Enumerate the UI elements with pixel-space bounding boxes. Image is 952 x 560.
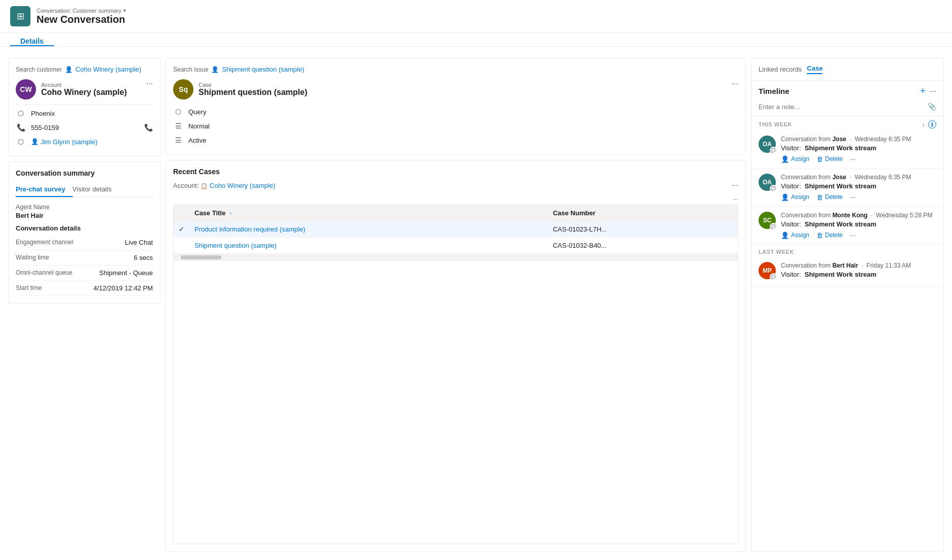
paperclip-icon[interactable]: 📎 — [928, 103, 936, 111]
chevron-down-icon[interactable]: ▾ — [123, 8, 126, 13]
table-row[interactable]: Shipment question (sample) CAS-01032-B40… — [174, 238, 738, 254]
middle-panel: Search issue 👤 Shipment question (sample… — [166, 58, 746, 552]
delete-button-1[interactable]: 🗑 Delete — [816, 193, 843, 201]
recent-cases-card: Recent Cases Account: 📋 Coho Winery (sam… — [166, 160, 746, 552]
location-icon: ⬡ — [16, 109, 26, 117]
info-icon[interactable]: ℹ — [928, 120, 936, 128]
issue-icon: 👤 — [211, 66, 219, 73]
conv-row-0: Engagement channel Live Chat — [16, 235, 153, 250]
scrollbar-thumb[interactable] — [181, 255, 221, 259]
row-title[interactable]: Product information required (sample) — [189, 221, 548, 238]
agent-name-value: Bert Hair — [16, 212, 153, 219]
tl-header-3: Conversation from Bert Hair · Friday 11:… — [781, 262, 936, 269]
tl-more-1[interactable]: ··· — [850, 193, 856, 201]
col-case-number[interactable]: Case Number — [548, 205, 738, 221]
account-header: CW Account Coho Winery (sample) ··· — [16, 79, 153, 100]
note-input[interactable] — [759, 103, 928, 111]
col-case-title[interactable]: Case Title ↑ — [189, 205, 548, 221]
timeline-item-1: OA 💬 Conversation from Jose · Wednesday … — [751, 169, 943, 207]
account-filter-row: Account: 📋 Coho Winery (sample) ··· — [173, 181, 738, 190]
tl-avatar-2: SC 💬 — [759, 212, 776, 229]
tl-content-3: Conversation from Bert Hair · Friday 11:… — [781, 262, 936, 281]
tl-badge-0: 💬 — [770, 147, 777, 154]
tl-visitor-3: Visitor: Shipment Work stream — [781, 271, 936, 278]
recent-cases-more-button[interactable]: ··· — [732, 181, 738, 190]
linked-records-label: Linked records — [759, 65, 802, 73]
account-name: Coho Winery (sample) — [41, 88, 127, 97]
sort-icon: ↑ — [229, 211, 232, 216]
status-row: ☰ Active — [173, 133, 738, 147]
tl-header-2: Conversation from Monte Kong · Wednesday… — [781, 212, 936, 219]
linked-tab-case[interactable]: Case — [807, 64, 823, 74]
issue-link[interactable]: Shipment question (sample) — [222, 65, 304, 73]
tl-actions-2: 👤 Assign 🗑 Delete ··· — [781, 231, 936, 239]
page-title: New Conversation — [37, 14, 126, 25]
assign-button-1[interactable]: 👤 Assign — [781, 193, 809, 201]
timeline-item-2: SC 💬 Conversation from Monte Kong · Wedn… — [751, 207, 943, 245]
call-icon[interactable]: 📞 — [144, 123, 153, 131]
last-week-label: LAST WEEK — [751, 245, 943, 257]
assign-icon-2: 👤 — [781, 232, 789, 239]
case-details: Case Shipment question (sample) — [199, 82, 307, 97]
tl-visitor-0: Visitor: Shipment Work stream — [781, 144, 936, 152]
tab-details[interactable]: Details — [10, 33, 54, 46]
table-more-row: ··· — [173, 194, 738, 205]
contact-link[interactable]: 👤 Jim Glynn (sample) — [31, 138, 97, 146]
customer-icon: 👤 — [65, 66, 73, 73]
tl-avatar-1: OA 💬 — [759, 174, 776, 191]
table-row[interactable]: ✓ Product information required (sample) … — [174, 221, 738, 238]
account-more-button[interactable]: ··· — [146, 79, 153, 88]
severity-icon: ☰ — [173, 122, 183, 130]
note-input-row: 📎 — [751, 100, 943, 116]
header-text: Conversation: Customer summary ▾ New Con… — [37, 8, 126, 25]
assign-button-2[interactable]: 👤 Assign — [781, 232, 809, 239]
summary-title: Conversation summary — [16, 169, 153, 177]
contact-link-icon: 👤 — [31, 138, 39, 145]
account-filter-icon: 📋 — [201, 183, 208, 189]
sort-down-icon[interactable]: ↓ — [922, 121, 925, 127]
tab-visitor-details[interactable]: Visitor details — [73, 182, 119, 197]
tl-actions-0: 👤 Assign 🗑 Delete ··· — [781, 155, 936, 163]
assign-button-0[interactable]: 👤 Assign — [781, 155, 809, 163]
account-avatar: CW — [16, 79, 36, 100]
tl-avatar-3: MP 💬 — [759, 262, 776, 279]
row-check — [174, 238, 189, 254]
tl-header-0: Conversation from Jose · Wednesday 6:35 … — [781, 136, 936, 143]
status-value: Active — [188, 137, 206, 144]
tl-more-2[interactable]: ··· — [850, 231, 856, 239]
tl-more-0[interactable]: ··· — [850, 155, 856, 163]
tl-content-0: Conversation from Jose · Wednesday 6:35 … — [781, 136, 936, 163]
conversation-details-rows: Engagement channel Live Chat Waiting tim… — [16, 235, 153, 296]
cases-table-wrapper[interactable]: Case Title ↑ Case Number ✓ Product infor… — [173, 205, 738, 544]
timeline-add-button[interactable]: + — [920, 86, 926, 96]
tl-actions-1: 👤 Assign 🗑 Delete ··· — [781, 193, 936, 201]
header-subtitle: Conversation: Customer summary ▾ — [37, 8, 126, 14]
delete-button-2[interactable]: 🗑 Delete — [816, 232, 843, 239]
customer-search-row: Search customer 👤 Coho Winery (sample) — [16, 65, 153, 73]
status-icon: ☰ — [173, 136, 183, 144]
this-week-label: THIS WEEK ↓ ℹ — [751, 116, 943, 130]
case-header: Sq Case Shipment question (sample) ··· — [173, 79, 738, 100]
priority-row: ⬡ Query — [173, 105, 738, 119]
delete-button-0[interactable]: 🗑 Delete — [816, 155, 843, 163]
row-number: CAS-01023-L7H... — [548, 221, 738, 238]
summary-tabs: Pre-chat survey Visitor details — [16, 182, 153, 197]
assign-icon-0: 👤 — [781, 155, 789, 163]
timeline-item-3: MP 💬 Conversation from Bert Hair · Frida… — [751, 257, 943, 287]
search-customer-label: Search customer — [16, 66, 62, 73]
timeline-more-button[interactable]: ··· — [930, 87, 936, 96]
tl-badge-2: 💬 — [770, 223, 777, 230]
main-content: Search customer 👤 Coho Winery (sample) C… — [0, 53, 952, 557]
phone-content: 555-0159 📞 — [31, 123, 153, 131]
customer-link[interactable]: Coho Winery (sample) — [76, 65, 141, 73]
col-check — [174, 205, 189, 221]
tab-pre-chat[interactable]: Pre-chat survey — [16, 182, 73, 197]
case-more-button[interactable]: ··· — [732, 79, 738, 88]
city-value: Phoenix — [31, 110, 55, 117]
account-filter-link[interactable]: 📋 Coho Winery (sample) — [201, 182, 275, 189]
tl-visitor-2: Visitor: Shipment Work stream — [781, 220, 936, 228]
case-card: Search issue 👤 Shipment question (sample… — [166, 58, 746, 155]
app-icon: ⊞ — [10, 6, 30, 26]
row-title[interactable]: Shipment question (sample) — [189, 238, 548, 254]
horizontal-scrollbar[interactable] — [174, 254, 738, 261]
